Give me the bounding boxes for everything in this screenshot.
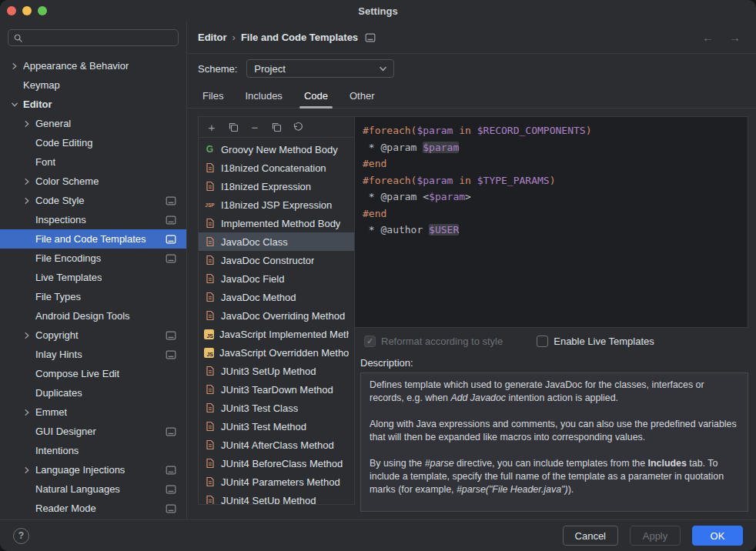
chevron-right-icon (11, 62, 23, 70)
template-item-junit3-teardown-method[interactable]: JUnit3 TearDown Method (199, 380, 354, 399)
template-detail-panel: #foreach($param in $RECORD_COMPONENTS) *… (355, 116, 748, 519)
sidebar-item-natural-languages[interactable]: Natural Languages (0, 479, 186, 499)
description-panel[interactable]: Defines template which used to generate … (360, 372, 748, 512)
tab-other[interactable]: Other (339, 83, 386, 108)
template-item-javadoc-class[interactable]: JavaDoc Class (199, 232, 354, 251)
sidebar-item-color-scheme[interactable]: Color Scheme (0, 172, 186, 191)
code-line: #end (355, 155, 748, 172)
template-item-label: JavaScript Overridden Method (219, 347, 349, 359)
template-item-groovy-new-method-body[interactable]: GGroovy New Method Body (199, 140, 354, 159)
template-item-i18nized-expression[interactable]: I18nized Expression (199, 177, 354, 195)
template-item-i18nized-concatenation[interactable]: I18nized Concatenation (199, 159, 354, 177)
template-item-junit4-parameters-method[interactable]: JUnit4 Parameters Method (199, 473, 354, 491)
template-item-javadoc-constructor[interactable]: JavaDoc Constructor (199, 251, 354, 269)
sidebar-item-emmet[interactable]: Emmet (0, 402, 186, 422)
sidebar-item-intentions[interactable]: Intentions (0, 441, 186, 460)
zoom-window-button[interactable] (38, 6, 47, 15)
ok-button[interactable]: OK (692, 526, 743, 546)
breadcrumb: Editor › File and Code Templates ← → (187, 22, 756, 54)
create-child-template-button[interactable] (227, 121, 239, 133)
sidebar-item-inlay-hints[interactable]: Inlay Hints (0, 345, 186, 364)
template-item-javascript-implemented-method[interactable]: JSJavaScript Implemented Method (199, 325, 354, 343)
page-title: File and Code Templates (241, 32, 358, 43)
tab-files[interactable]: Files (192, 83, 234, 108)
file-template-icon (204, 439, 216, 451)
close-window-button[interactable] (7, 6, 16, 15)
breadcrumb-editor[interactable]: Editor (198, 32, 227, 43)
description-paragraph: By using the #parse directive, you can i… (370, 457, 739, 496)
sidebar-item-appearance-behavior[interactable]: Appearance & Behavior (0, 56, 186, 75)
scheme-select[interactable]: Project (246, 59, 394, 78)
help-button[interactable]: ? (13, 528, 29, 544)
scheme-label: Scheme: (198, 63, 237, 75)
chevron-right-icon (23, 466, 35, 474)
sidebar-item-code-style[interactable]: Code Style (0, 191, 186, 210)
sidebar-item-copyright[interactable]: Copyright (0, 326, 186, 345)
sidebar-item-code-editing[interactable]: Code Editing (0, 133, 186, 152)
sidebar-item-file-and-code-templates[interactable]: File and Code Templates (0, 229, 186, 249)
groovy-file-icon: G (204, 144, 216, 155)
main-panel: Editor › File and Code Templates ← → Sch… (187, 22, 756, 519)
checkbox-checked-icon: ✓ (364, 336, 376, 347)
template-item-javadoc-method[interactable]: JavaDoc Method (199, 288, 354, 306)
template-item-label: JUnit3 Test Method (221, 421, 306, 432)
search-icon (13, 33, 23, 43)
chevron-down-icon (11, 101, 23, 109)
sidebar-item-font[interactable]: Font (0, 152, 186, 172)
sidebar-item-reader-mode[interactable]: Reader Mode (0, 499, 186, 518)
search-input[interactable] (27, 32, 173, 44)
sidebar-item-label: Font (35, 156, 55, 168)
template-item-javascript-overridden-method[interactable]: JSJavaScript Overridden Method (199, 343, 354, 362)
template-item-junit4-beforeclass-method[interactable]: JUnit4 BeforeClass Method (199, 454, 354, 473)
window-title: Settings (358, 5, 397, 17)
tab-includes[interactable]: Includes (234, 83, 293, 108)
sidebar-item-general[interactable]: General (0, 114, 186, 133)
sidebar-item-label: Editor (23, 99, 52, 110)
sidebar-item-file-types[interactable]: File Types (0, 287, 186, 306)
sidebar-item-label: Inlay Hints (35, 349, 82, 360)
create-template-button[interactable]: + (206, 121, 218, 133)
external-config-icon (166, 504, 176, 513)
scheme-row: Scheme: Project (187, 54, 756, 83)
sidebar-item-compose-live-edit[interactable]: Compose Live Edit (0, 364, 186, 383)
sidebar-item-live-templates[interactable]: Live Templates (0, 268, 186, 287)
settings-search-box[interactable] (8, 29, 179, 46)
sidebar-item-language-injections[interactable]: Language Injections (0, 460, 186, 479)
sidebar-item-file-encodings[interactable]: File Encodings (0, 249, 186, 268)
sidebar-item-duplicates[interactable]: Duplicates (0, 383, 186, 402)
sidebar-item-keymap[interactable]: Keymap (0, 75, 186, 95)
template-code-editor[interactable]: #foreach($param in $RECORD_COMPONENTS) *… (355, 116, 748, 328)
sidebar-item-label: Live Templates (35, 272, 102, 283)
reset-to-default-button[interactable] (292, 121, 304, 133)
forward-icon[interactable]: → (729, 31, 741, 44)
template-item-junit3-setup-method[interactable]: JUnit3 SetUp Method (199, 362, 354, 380)
template-item-junit3-test-method[interactable]: JUnit3 Test Method (199, 417, 354, 436)
template-item-junit4-setup-method[interactable]: JUnit4 SetUp Method (199, 491, 354, 504)
tab-code[interactable]: Code (293, 83, 339, 108)
template-item-i18nized-jsp-expression[interactable]: JSPI18nized JSP Expression (199, 195, 354, 214)
sidebar-item-android-design-tools[interactable]: Android Design Tools (0, 306, 186, 326)
sidebar-item-label: GUI Designer (35, 426, 96, 437)
template-item-junit4-afterclass-method[interactable]: JUnit4 AfterClass Method (199, 436, 354, 454)
apply-button[interactable]: Apply (630, 526, 681, 546)
sidebar-item-gui-designer[interactable]: GUI Designer (0, 422, 186, 441)
template-item-label: Groovy New Method Body (221, 144, 338, 155)
checkbox-unchecked-icon (537, 336, 548, 347)
chevron-right-icon (23, 197, 35, 205)
sidebar-item-label: Natural Languages (35, 483, 120, 495)
sidebar-item-editor[interactable]: Editor (0, 95, 186, 114)
file-template-icon (204, 236, 216, 248)
enable-live-templates-checkbox[interactable]: Enable Live Templates (537, 336, 654, 347)
template-item-javadoc-overriding-method[interactable]: JavaDoc Overriding Method (199, 306, 354, 325)
remove-template-button[interactable]: − (249, 121, 261, 133)
copy-template-button[interactable] (270, 121, 283, 133)
template-item-junit3-test-class[interactable]: JUnit3 Test Class (199, 399, 354, 417)
sidebar-item-label: Appearance & Behavior (23, 60, 129, 72)
minimize-window-button[interactable] (22, 6, 32, 15)
template-item-javadoc-field[interactable]: JavaDoc Field (199, 269, 354, 288)
sidebar-item-inspections[interactable]: Inspections (0, 210, 186, 229)
cancel-button[interactable]: Cancel (563, 526, 618, 546)
sidebar-item-label: Reader Mode (35, 503, 96, 514)
back-icon[interactable]: ← (702, 31, 714, 44)
template-item-implemented-method-body[interactable]: Implemented Method Body (199, 214, 354, 232)
